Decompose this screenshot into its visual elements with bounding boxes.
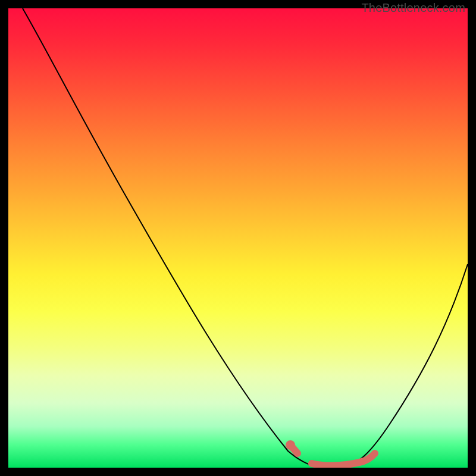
watermark-text: TheBottleneck.com <box>361 1 465 15</box>
plot-area <box>8 8 468 468</box>
highlight-seg-left <box>290 445 298 453</box>
chart-frame: TheBottleneck.com <box>0 0 476 476</box>
chart-svg <box>8 8 468 468</box>
bottleneck-curve <box>23 8 468 468</box>
